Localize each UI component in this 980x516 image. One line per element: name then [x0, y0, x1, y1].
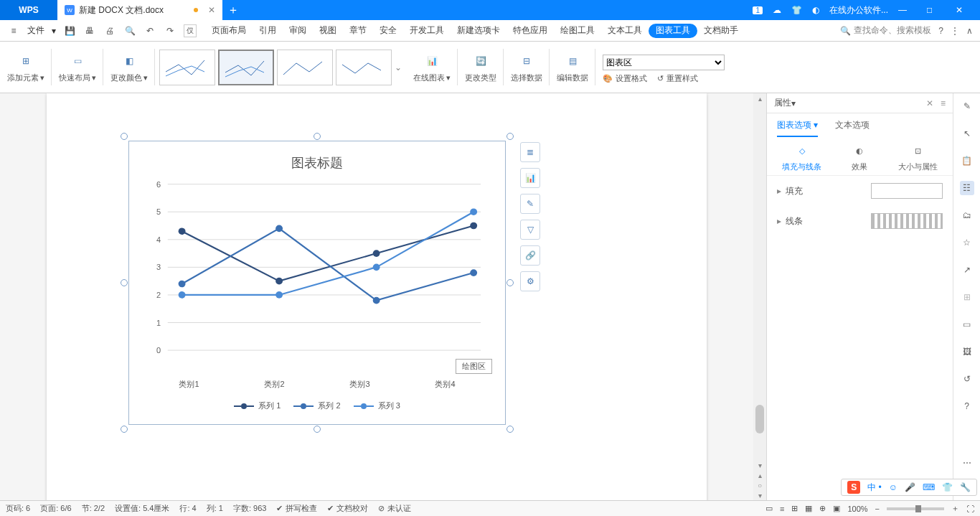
rail-page-icon[interactable]: ▭ — [960, 317, 974, 332]
chart-layout-icon[interactable]: ≣ — [520, 142, 540, 162]
scroll-next-page-icon[interactable]: ▾ — [753, 490, 766, 500]
scroll-up-icon[interactable]: ▴ — [753, 93, 766, 103]
ribbon-tab-审阅[interactable]: 审阅 — [283, 20, 313, 42]
subtab-fill-line[interactable]: ◇填充与线条 — [782, 143, 821, 172]
status-col[interactable]: 列: 1 — [207, 503, 223, 514]
view-mode-3-icon[interactable]: ⊞ — [791, 504, 798, 513]
rail-edit-icon[interactable]: ✎ — [960, 99, 974, 113]
resize-handle-e[interactable] — [507, 279, 514, 286]
zoom-slider[interactable] — [887, 507, 944, 510]
zoom-in-icon[interactable]: ＋ — [951, 503, 959, 514]
online-chart-button[interactable]: 📊 在线图表 ▾ — [406, 42, 458, 93]
scroll-down-icon[interactable]: ▾ — [753, 460, 766, 470]
resize-handle-n[interactable] — [314, 133, 321, 140]
resize-handle-nw[interactable] — [121, 133, 128, 140]
scroll-thumb[interactable] — [755, 405, 764, 433]
chart-title[interactable]: 图表标题 — [129, 154, 505, 172]
quick-layout-button[interactable]: ▭ 快速布局 ▾ — [52, 42, 103, 93]
chart-filter-icon[interactable]: ▽ — [520, 220, 540, 240]
rail-more-icon[interactable]: ⋯ — [960, 456, 974, 470]
ribbon-tab-特色应用[interactable]: 特色应用 — [507, 20, 554, 42]
tab-chart-options[interactable]: 图表选项 ▾ — [777, 119, 818, 137]
reset-style-button[interactable]: ↺ 重置样式 — [657, 73, 698, 84]
chart-object[interactable]: 图表标题 0123456 类别1类别2类别3类别4 系列 1系列 2系列 3 绘… — [124, 136, 510, 429]
set-format-button[interactable]: 🎨 设置格式 — [603, 73, 647, 84]
cloud-icon[interactable]: ☁ — [773, 5, 781, 15]
status-page[interactable]: 页面: 6/6 — [40, 503, 71, 514]
ribbon-tab-文档助手[interactable]: 文档助手 — [697, 20, 745, 42]
close-tab-icon[interactable]: ✕ — [208, 5, 215, 15]
ime-keyboard-icon[interactable]: ⌨ — [923, 482, 935, 492]
help-icon[interactable]: ? — [938, 26, 943, 36]
search-box[interactable]: 🔍 查找命令、搜索模板 — [840, 24, 931, 37]
status-position[interactable]: 设置值: 5.4厘米 — [115, 503, 169, 514]
rail-history-icon[interactable]: ↺ — [960, 372, 974, 386]
chart-style-1[interactable] — [159, 50, 215, 85]
app-logo[interactable]: WPS — [0, 0, 57, 20]
chart-style-gallery[interactable]: ⌄ — [155, 42, 406, 93]
chart-link-icon[interactable]: 🔗 — [520, 245, 540, 266]
rail-layers-icon[interactable]: 🗂 — [960, 208, 974, 222]
resize-handle-se[interactable] — [507, 426, 514, 433]
zoom-out-icon[interactable]: − — [875, 505, 880, 513]
subtab-size[interactable]: ⊡大小与属性 — [898, 143, 938, 172]
print-icon[interactable]: 🖶 — [83, 24, 96, 37]
rail-image-icon[interactable]: 🖼 — [960, 344, 974, 359]
ribbon-tab-图表工具[interactable]: 图表工具 — [649, 24, 697, 38]
resize-handle-sw[interactable] — [121, 426, 128, 433]
resize-handle-ne[interactable] — [507, 133, 514, 140]
user-label[interactable]: 在线办公软件... — [829, 4, 888, 17]
file-menu[interactable]: 文件 — [27, 24, 44, 37]
avatar-icon[interactable]: ◐ — [812, 5, 819, 15]
chart-element-selector[interactable]: 图表区 — [603, 55, 725, 70]
status-section[interactable]: 节: 2/2 — [82, 503, 105, 514]
change-color-button[interactable]: ◧ 更改颜色 ▾ — [103, 42, 155, 93]
document-tab[interactable]: W 新建 DOCX 文档.docx ✕ — [57, 0, 222, 20]
ribbon-tab-文本工具[interactable]: 文本工具 — [601, 20, 649, 42]
ribbon-tab-页面布局[interactable]: 页面布局 — [205, 20, 253, 42]
gallery-more-icon[interactable]: ⌄ — [395, 62, 402, 72]
rail-share-icon[interactable]: ↗ — [960, 263, 974, 277]
notif-badge[interactable]: 1 — [753, 6, 763, 14]
minimize-button[interactable]: — — [898, 5, 917, 15]
section-fill[interactable]: ▸填充 — [767, 176, 953, 206]
ribbon-tab-安全[interactable]: 安全 — [373, 20, 403, 42]
add-element-button[interactable]: ⊞ 添加元素 ▾ — [0, 42, 52, 93]
rail-help-icon[interactable]: ? — [960, 399, 974, 413]
rail-properties-icon[interactable]: ☷ — [960, 181, 974, 195]
close-window-button[interactable]: ✕ — [956, 5, 974, 15]
scroll-marker-icon[interactable]: ○ — [753, 480, 766, 490]
ime-tool-icon[interactable]: 🔧 — [960, 482, 971, 492]
resize-handle-s[interactable] — [314, 426, 321, 433]
panel-menu-icon[interactable]: ≡ — [941, 98, 946, 108]
chart-style-4[interactable] — [336, 50, 392, 85]
save-icon[interactable]: 💾 — [63, 24, 76, 37]
change-type-button[interactable]: 🔄 更改类型 — [458, 42, 504, 93]
chart-settings-icon[interactable]: ⚙ — [520, 271, 540, 291]
collapse-ribbon-icon[interactable]: ∧ — [966, 26, 973, 36]
chart-style-3[interactable] — [277, 50, 333, 85]
scroll-prev-page-icon[interactable]: ▴ — [753, 470, 766, 480]
view-mode-2-icon[interactable]: ≡ — [780, 505, 784, 513]
ribbon-tab-引用[interactable]: 引用 — [253, 20, 283, 42]
view-mode-web-icon[interactable]: ⊕ — [819, 504, 826, 513]
rail-star-icon[interactable]: ☆ — [960, 235, 974, 250]
zoom-value[interactable]: 100% — [847, 505, 867, 513]
view-mode-read-icon[interactable]: ▣ — [833, 504, 840, 513]
status-spellcheck[interactable]: ✔ 拼写检查 — [276, 503, 317, 514]
insert-hint[interactable]: 仅 — [184, 24, 197, 37]
document-area[interactable]: 图表标题 0123456 类别1类别2类别3类别4 系列 1系列 2系列 3 绘… — [0, 93, 753, 500]
menu-icon[interactable]: ≡ — [7, 24, 20, 37]
ribbon-tab-绘图工具[interactable]: 绘图工具 — [554, 20, 601, 42]
chart-style-2[interactable] — [218, 50, 274, 85]
redo-icon[interactable]: ↷ — [164, 24, 176, 37]
vertical-scrollbar[interactable]: ▴ ▾ ▴ ○ ▾ — [753, 93, 766, 500]
fullscreen-icon[interactable]: ⛶ — [966, 505, 974, 513]
fill-dropdown[interactable] — [871, 183, 943, 199]
ime-mic-icon[interactable]: 🎤 — [905, 482, 915, 492]
chart-brush-icon[interactable]: ✎ — [520, 194, 540, 214]
chart-elements-icon[interactable]: 📊 — [520, 168, 540, 188]
select-data-button[interactable]: ⊟ 选择数据 — [504, 42, 550, 93]
status-page-no[interactable]: 页码: 6 — [6, 503, 30, 514]
rail-components-icon[interactable]: ⊞ — [960, 290, 974, 304]
